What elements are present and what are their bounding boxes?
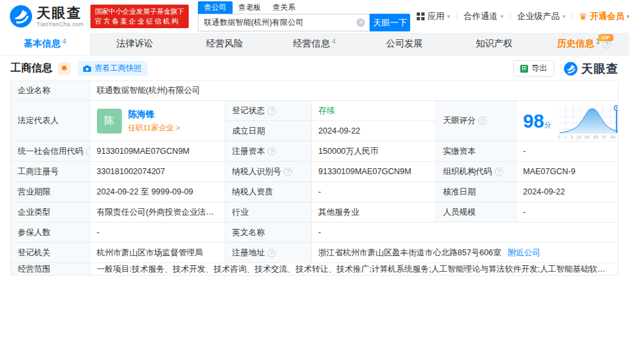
reg-no-value: 330181002074207 xyxy=(90,162,225,182)
nav-partner-label: 合作通道 xyxy=(464,10,498,22)
help-icon[interactable]: ? xyxy=(86,147,90,156)
address-label: 注册地址 xyxy=(232,247,265,259)
industry-label: 行业 xyxy=(225,202,312,223)
apps-grid-icon xyxy=(417,12,420,16)
tab-business-info[interactable]: 经营信息 4 xyxy=(269,33,359,55)
tab-intellectual-property[interactable]: 知识产权 xyxy=(449,33,539,55)
org-code-value: MAE07GCN-9 xyxy=(516,162,619,182)
taxpayer-id-label-cell: 纳税人识别号? xyxy=(225,162,312,182)
table-row: 企业类型 有限责任公司(外商投资企业法人独资) 行业 其他服务业 人员规模 - xyxy=(11,202,619,223)
paid-capital-value: - xyxy=(516,141,619,162)
tab-label: 知识产权 xyxy=(476,38,512,50)
term-value: 2024-09-22 至 9999-09-09 xyxy=(90,182,225,202)
company-name-label: 企业名称 xyxy=(11,81,90,101)
insured-label: 参保人数 xyxy=(11,223,90,243)
reg-capital-label-cell: 注册资本? xyxy=(225,141,312,162)
authority-label: 登记机关 xyxy=(11,243,90,263)
nav-open-membership[interactable]: ♛ 开通会员 ▾ xyxy=(573,10,629,22)
search-button[interactable]: 天眼一下 xyxy=(370,14,410,31)
nav-partner-channel[interactable]: 合作通道 ▾ xyxy=(457,10,510,22)
search-tab-boss[interactable]: 查老板 xyxy=(233,1,267,14)
legal-rep-name-link[interactable]: 陈海锋 xyxy=(128,109,180,120)
table-row: 登记机关 杭州市萧山区市场监督管理局 注册地址? 浙江省杭州市萧山区盈丰街道市心… xyxy=(11,243,619,263)
search-tab-relation[interactable]: 查关系 xyxy=(267,1,301,14)
reg-status-value: 存续 xyxy=(311,101,436,121)
address-value: 浙江省杭州市萧山区盈丰街道市心北路857号606室 xyxy=(318,248,501,257)
reg-capital-value: 150000万人民币 xyxy=(311,141,436,162)
bell-icon xyxy=(60,65,68,73)
search-tab-company[interactable]: 查公司 xyxy=(198,1,233,14)
score-distribution-chart: 0131550859799100 xyxy=(558,104,619,139)
legal-rep-avatar[interactable]: 陈 xyxy=(97,109,122,134)
approve-date-value: 2024-09-22 xyxy=(516,182,619,202)
nav-member-label: 开通会员 xyxy=(590,10,624,22)
score-unit: 分 xyxy=(544,121,552,129)
company-type-value: 有限责任公司(外商投资企业法人独资) xyxy=(90,202,225,223)
chart-tick-label: 0 xyxy=(558,135,561,139)
tab-history-info[interactable]: VIP 历史信息 1 ? xyxy=(539,33,629,55)
top-header: 天眼查 TianYanCha.com 国家中小企业发展子基金旗下 官方备案企业征… xyxy=(0,0,629,33)
table-row: 经营范围 一般项目:技术服务、技术开发、技术咨询、技术交流、技术转让、技术推广;… xyxy=(11,263,619,276)
table-row: 营业期限 2024-09-22 至 9999-09-09 纳税人资质 - 核准日… xyxy=(11,182,619,202)
reg-capital-label: 注册资本 xyxy=(232,146,265,157)
chart-tick-label: 99 xyxy=(611,135,615,139)
uscc-label-cell: 统一社会信用代码? xyxy=(11,141,90,162)
chart-tick-label: 50 xyxy=(585,135,590,139)
help-icon[interactable]: ? xyxy=(478,117,487,125)
chevron-down-icon: ▾ xyxy=(447,13,450,20)
chart-tick-label: 3 xyxy=(570,135,573,139)
table-row: 统一社会信用代码? 91330109MAE07GCN9M 注册资本? 15000… xyxy=(11,141,619,162)
help-icon[interactable]: ? xyxy=(495,168,503,176)
tab-company-development[interactable]: 公司发展 xyxy=(360,33,449,55)
address-value-cell: 浙江省杭州市萧山区盈丰街道市心北路857号606室附近公司 xyxy=(311,243,618,263)
org-code-label-cell: 组织机构代码? xyxy=(436,162,516,182)
help-icon[interactable]: ? xyxy=(267,107,276,115)
business-registration-table: 企业名称 联通数据智能(杭州)有限公司 法定代表人 陈 陈海锋 任职11家企业 … xyxy=(10,81,619,276)
score-value: 98 xyxy=(523,111,544,132)
tianyancha-watermark-icon xyxy=(563,62,578,76)
search-input[interactable] xyxy=(198,14,370,31)
nav-enterprise-products[interactable]: 企业级产品 ▾ xyxy=(510,10,572,22)
tianyancha-logo-icon xyxy=(9,5,33,28)
monitor-bell-icon[interactable] xyxy=(58,62,71,75)
nav-apps-label: 应用 xyxy=(427,10,444,22)
authority-value: 杭州市萧山区市场监督管理局 xyxy=(90,243,225,263)
tab-legal-litigation[interactable]: 法律诉讼 xyxy=(90,33,180,55)
score-label-cell: 天眼评分? xyxy=(436,101,516,141)
excel-icon xyxy=(520,65,528,73)
term-label: 营业期限 xyxy=(11,182,90,202)
establish-date-label: 成立日期 xyxy=(225,121,312,141)
establish-date-value: 2024-09-22 xyxy=(311,121,436,141)
tab-basic-info[interactable]: 基本信息 4 xyxy=(0,33,90,55)
table-row: 企业名称 联通数据智能(杭州)有限公司 xyxy=(11,81,619,101)
export-button[interactable]: 导出 xyxy=(513,60,554,77)
logo-title: 天眼查 xyxy=(37,6,84,20)
detail-tab-bar: 基本信息 4 法律诉讼 经营风险 经营信息 4 公司发展 知识产权 VIP 历史… xyxy=(0,33,629,56)
table-row: 法定代表人 陈 陈海锋 任职11家企业 > 登记状态? 存续 天眼评分? 98分 xyxy=(11,101,619,121)
uscc-label: 统一社会信用代码 xyxy=(18,146,83,157)
en-name-value: - xyxy=(311,223,618,243)
uscc-value: 91330109MAE07GCN9M xyxy=(90,141,225,162)
nav-apps[interactable]: 应用 ▾ xyxy=(410,10,457,22)
legal-rep-tenure-link[interactable]: 任职11家企业 > xyxy=(128,123,180,133)
search-area: 查公司 查老板 查关系 ✕ 天眼一下 xyxy=(198,1,410,31)
tab-business-risk[interactable]: 经营风险 xyxy=(180,33,269,55)
help-icon[interactable]: ? xyxy=(267,147,276,156)
chart-tick-label: 85 xyxy=(594,135,598,139)
nearby-companies-link[interactable]: 附近公司 xyxy=(508,248,541,257)
org-code-label: 组织机构代码 xyxy=(443,166,492,177)
tianyancha-logo[interactable]: 天眼查 TianYanCha.com xyxy=(9,5,84,28)
reg-status-label: 登记状态 xyxy=(232,105,265,117)
reg-no-label: 工商注册号 xyxy=(11,162,90,182)
reg-status-label-cell: 登记状态? xyxy=(225,101,312,121)
company-type-label: 企业类型 xyxy=(11,202,90,223)
staff-size-value: - xyxy=(516,202,619,223)
help-icon[interactable]: ? xyxy=(284,168,292,176)
company-name-value: 联通数据智能(杭州)有限公司 xyxy=(90,81,619,101)
industry-value: 其他服务业 xyxy=(311,202,436,223)
vip-badge: VIP xyxy=(598,34,613,41)
help-icon[interactable]: ? xyxy=(267,249,276,257)
view-business-snapshot-button[interactable]: 查看工商快照 xyxy=(77,61,147,76)
search-type-tabs: 查公司 查老板 查关系 xyxy=(198,3,410,14)
taxpayer-qual-value: - xyxy=(311,182,436,202)
